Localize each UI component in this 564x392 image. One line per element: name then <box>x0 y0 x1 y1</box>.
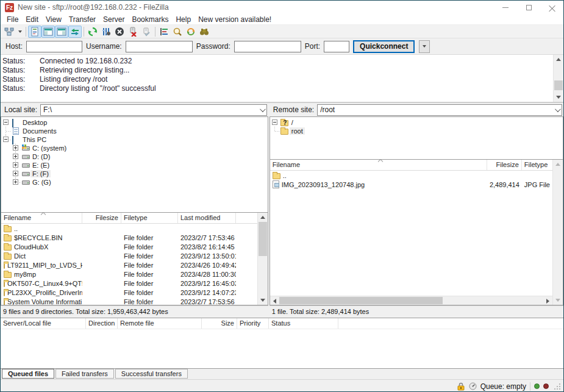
process-queue-button[interactable] <box>99 26 113 38</box>
column-size[interactable]: Size <box>202 318 237 329</box>
scroll-thumb[interactable] <box>259 222 267 256</box>
scroll-right-button[interactable] <box>543 296 552 305</box>
expand-icon[interactable] <box>13 179 18 185</box>
menu-help[interactable]: Help <box>172 15 195 24</box>
filter-button[interactable] <box>157 26 171 38</box>
column-filename[interactable]: Filename <box>1 213 82 223</box>
local-directory-tree[interactable]: Desktop Documents This PC C: (system) <box>1 116 268 212</box>
tab-failed-transfers[interactable]: Failed transfers <box>55 369 114 379</box>
tree-item-documents[interactable]: Documents <box>1 127 268 135</box>
site-manager-dropdown[interactable] <box>16 26 24 38</box>
site-manager-button[interactable] <box>2 26 16 38</box>
expand-icon[interactable] <box>13 154 18 159</box>
tree-item-desktop[interactable]: Desktop <box>1 118 268 127</box>
file-row[interactable]: my8mp File folder 2023/4/28 11:00:30 <box>1 269 257 279</box>
scroll-track[interactable] <box>553 169 563 296</box>
scroll-down-button[interactable] <box>553 296 563 305</box>
column-server-local-file[interactable]: Server/Local file <box>1 318 86 329</box>
column-filetype[interactable]: Filetype <box>121 213 178 223</box>
column-status[interactable]: Status <box>269 318 338 329</box>
remote-list-vertical-scrollbar[interactable] <box>552 160 563 305</box>
menu-transfer[interactable]: Transfer <box>65 15 99 24</box>
directory-comparison-button[interactable] <box>171 26 184 38</box>
scroll-thumb[interactable] <box>554 80 563 90</box>
tab-queued-files[interactable]: Queued files <box>2 369 54 379</box>
synchronized-browsing-button[interactable] <box>184 26 198 38</box>
find-files-button[interactable] <box>198 26 211 38</box>
remote-directory-tree[interactable]: / root <box>270 116 563 159</box>
tree-item-drive-c[interactable]: C: (system) <box>1 144 268 152</box>
remote-list-horizontal-scrollbar[interactable] <box>270 296 552 305</box>
lock-icon[interactable] <box>457 382 465 391</box>
speed-gauge-icon[interactable] <box>469 382 477 390</box>
column-last-modified[interactable]: Last modified <box>178 213 236 223</box>
toggle-remote-tree-button[interactable] <box>55 26 68 38</box>
local-list-vertical-scrollbar[interactable] <box>257 213 268 305</box>
file-row-up[interactable]: .. <box>270 171 552 180</box>
menu-file[interactable]: File <box>3 15 22 24</box>
column-filetype[interactable]: Filetype <box>522 160 552 170</box>
column-remote-file[interactable]: Remote file <box>118 318 202 329</box>
column-filename[interactable]: Filename <box>270 160 487 170</box>
quickconnect-dropdown[interactable] <box>419 40 430 53</box>
minimize-button[interactable] <box>494 1 517 14</box>
remote-site-combobox[interactable]: /root <box>317 104 562 116</box>
scroll-track[interactable] <box>279 296 543 305</box>
collapse-icon[interactable] <box>3 119 9 125</box>
file-row[interactable]: LT9211_MIPI_to_LVDS_HV... File folder 20… <box>1 260 257 269</box>
reconnect-button[interactable] <box>140 26 153 38</box>
maximize-button[interactable] <box>517 1 540 14</box>
toggle-message-log-button[interactable] <box>28 26 41 38</box>
tab-successful-transfers[interactable]: Successful transfers <box>115 369 188 379</box>
collapse-icon[interactable] <box>3 137 9 142</box>
file-row-up[interactable]: .. <box>1 224 257 233</box>
expand-icon[interactable] <box>13 145 18 151</box>
password-input[interactable] <box>234 41 301 52</box>
toggle-local-tree-button[interactable] <box>41 26 55 38</box>
cancel-button[interactable] <box>113 26 126 38</box>
expand-icon[interactable] <box>13 171 18 176</box>
scroll-thumb[interactable] <box>279 297 443 304</box>
menu-view[interactable]: View <box>42 15 65 24</box>
column-direction[interactable]: Direction <box>86 318 118 329</box>
column-priority[interactable]: Priority <box>237 318 269 329</box>
scroll-up-button[interactable] <box>553 160 563 169</box>
column-filesize[interactable]: Filesize <box>487 160 522 170</box>
tree-item-drive-f[interactable]: F: (F) <box>1 169 268 178</box>
toggle-transfer-queue-button[interactable] <box>68 26 82 38</box>
tree-item-drive-e[interactable]: E: (E) <box>1 161 268 169</box>
expand-icon[interactable] <box>13 162 18 168</box>
file-row[interactable]: PL23XX_Prolific_DriverInst... File folde… <box>1 288 257 297</box>
scroll-track[interactable] <box>554 64 563 93</box>
file-row[interactable]: System Volume Informati... File folder 2… <box>1 297 257 305</box>
resize-grip[interactable] <box>554 383 561 390</box>
menu-bookmarks[interactable]: Bookmarks <box>128 15 172 24</box>
scroll-down-button[interactable] <box>258 296 268 305</box>
tree-item-this-pc[interactable]: This PC <box>1 135 268 144</box>
menu-edit[interactable]: Edit <box>22 15 42 24</box>
tree-item-root[interactable]: root <box>270 127 563 135</box>
collapse-icon[interactable] <box>272 119 277 125</box>
disconnect-button[interactable] <box>126 26 140 38</box>
scroll-track[interactable] <box>258 222 268 296</box>
file-row[interactable]: $RECYCLE.BIN File folder 2023/2/7 17:53:… <box>1 233 257 242</box>
username-input[interactable] <box>126 41 193 52</box>
tree-item-drive-g[interactable]: G: (G) <box>1 178 268 187</box>
file-row[interactable]: Dict File folder 2023/9/12 13:50:01 <box>1 251 257 260</box>
scroll-up-button[interactable] <box>258 213 268 222</box>
tree-item-root-slash[interactable]: / <box>270 118 563 127</box>
local-site-combobox[interactable]: F:\ <box>40 104 267 116</box>
tree-item-drive-d[interactable]: D: (D) <box>1 152 268 161</box>
menu-new-version[interactable]: New version available! <box>195 15 275 24</box>
host-input[interactable] <box>26 41 82 52</box>
file-row-image[interactable]: IMG_20230913_120748.jpg 2,489,414 JPG Fi… <box>270 180 552 189</box>
log-vertical-scrollbar[interactable] <box>553 55 563 102</box>
scroll-left-button[interactable] <box>270 296 279 305</box>
file-row[interactable]: OKT507-C_Linux4.9+QT5.... File folder 20… <box>1 279 257 288</box>
quickconnect-button[interactable]: Quickconnect <box>353 40 415 53</box>
file-row[interactable]: CloudHubX File folder 2023/8/2 16:14:45 <box>1 242 257 251</box>
menu-server[interactable]: Server <box>99 15 128 24</box>
refresh-button[interactable] <box>86 26 99 38</box>
scroll-down-button[interactable] <box>554 93 563 102</box>
close-button[interactable] <box>540 1 563 14</box>
